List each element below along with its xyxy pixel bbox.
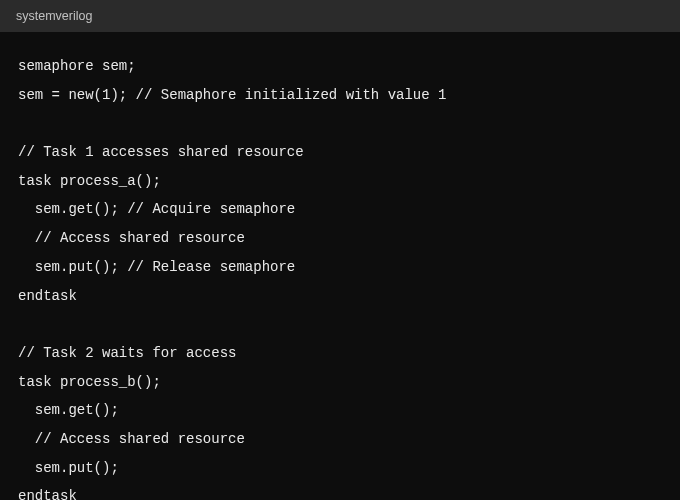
code-line: endtask	[18, 488, 77, 500]
language-label: systemverilog	[16, 9, 92, 23]
code-line: // Task 2 waits for access	[18, 345, 236, 361]
code-line: endtask	[18, 288, 77, 304]
code-line: sem.get(); // Acquire semaphore	[18, 201, 295, 217]
code-line: semaphore sem;	[18, 58, 136, 74]
code-line: sem.put();	[18, 460, 119, 476]
code-line: sem.get();	[18, 402, 119, 418]
code-line: // Task 1 accesses shared resource	[18, 144, 304, 160]
code-block-body: semaphore sem; sem = new(1); // Semaphor…	[0, 32, 680, 500]
code-line: task process_b();	[18, 374, 161, 390]
code-line: // Access shared resource	[18, 230, 245, 246]
code-line: sem = new(1); // Semaphore initialized w…	[18, 87, 446, 103]
code-line: task process_a();	[18, 173, 161, 189]
code-line: // Access shared resource	[18, 431, 245, 447]
code-line: sem.put(); // Release semaphore	[18, 259, 295, 275]
code-block-header: systemverilog	[0, 0, 680, 32]
